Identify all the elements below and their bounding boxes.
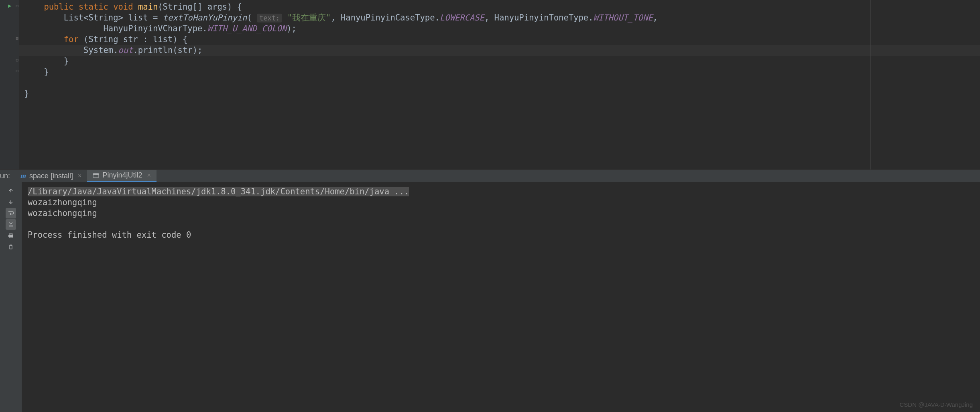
console-output[interactable]: /Library/Java/JavaVirtualMachines/jdk1.8… bbox=[22, 182, 980, 412]
svg-rect-5 bbox=[9, 237, 12, 238]
console-blank bbox=[28, 219, 974, 230]
close-icon[interactable]: × bbox=[78, 172, 81, 179]
code-line[interactable]: } bbox=[19, 88, 980, 99]
run-tabs-bar: un: m space [install] × Pinyin4jUtil2 × bbox=[0, 169, 980, 182]
soft-wrap-button[interactable] bbox=[6, 208, 16, 218]
console-stdout: wozaizhongqing bbox=[28, 197, 974, 208]
code-line[interactable] bbox=[19, 78, 980, 88]
text-caret bbox=[202, 46, 202, 55]
code-line[interactable]: List<String> list = textToHanYuPinyin( t… bbox=[19, 12, 980, 23]
code-line[interactable]: HanyuPinyinVCharType.WITH_U_AND_COLON); bbox=[19, 23, 980, 34]
tab-label: space [install] bbox=[29, 172, 73, 180]
svg-rect-1 bbox=[93, 173, 99, 175]
close-icon[interactable]: × bbox=[147, 172, 151, 179]
fold-icon[interactable]: ⊟ bbox=[16, 3, 18, 8]
tab-label: Pinyin4jUtil2 bbox=[102, 171, 142, 179]
console-command: /Library/Java/JavaVirtualMachines/jdk1.8… bbox=[28, 186, 974, 197]
run-body: /Library/Java/JavaVirtualMachines/jdk1.8… bbox=[0, 182, 980, 412]
watermark-text: CSDN @JAVA·D·WangJing bbox=[900, 401, 973, 408]
run-toolbar bbox=[0, 182, 22, 412]
code-line[interactable]: } bbox=[19, 67, 980, 78]
parameter-hint: text: bbox=[257, 14, 282, 22]
run-label: un: bbox=[0, 172, 15, 180]
code-line[interactable]: public static void main(String[] args) { bbox=[19, 2, 980, 12]
scroll-up-button[interactable] bbox=[6, 186, 16, 196]
fold-icon[interactable]: ⊟ bbox=[16, 36, 18, 41]
code-line-current[interactable]: System.out.println(str); bbox=[19, 45, 980, 56]
console-stdout: wozaichongqing bbox=[28, 208, 974, 219]
code-line[interactable]: for (String str : list) { bbox=[19, 34, 980, 45]
code-editor[interactable]: ▶ ⊟ ⊟ ⊟ ⊟ public static void main(String… bbox=[0, 0, 980, 169]
run-gutter-icon[interactable]: ▶ bbox=[8, 2, 11, 9]
application-icon bbox=[93, 172, 99, 179]
code-content[interactable]: public static void main(String[] args) {… bbox=[19, 0, 980, 169]
tab-maven-install[interactable]: m space [install] × bbox=[15, 170, 87, 182]
print-button[interactable] bbox=[6, 230, 16, 241]
fold-end-icon[interactable]: ⊟ bbox=[16, 57, 18, 63]
tab-pinyin-util[interactable]: Pinyin4jUtil2 × bbox=[87, 170, 156, 182]
right-margin-line bbox=[870, 0, 871, 169]
fold-end-icon[interactable]: ⊟ bbox=[16, 68, 18, 73]
maven-icon: m bbox=[20, 172, 26, 180]
scroll-to-end-button[interactable] bbox=[6, 219, 16, 230]
svg-rect-2 bbox=[9, 225, 13, 226]
scroll-down-button[interactable] bbox=[6, 197, 16, 207]
console-exit: Process finished with exit code 0 bbox=[28, 230, 974, 241]
delete-button[interactable] bbox=[6, 242, 16, 252]
run-tool-window: un: m space [install] × Pinyin4jUtil2 × bbox=[0, 169, 980, 412]
code-line[interactable]: } bbox=[19, 56, 980, 67]
svg-rect-3 bbox=[9, 234, 12, 235]
editor-gutter[interactable]: ▶ ⊟ ⊟ ⊟ ⊟ bbox=[0, 0, 19, 169]
